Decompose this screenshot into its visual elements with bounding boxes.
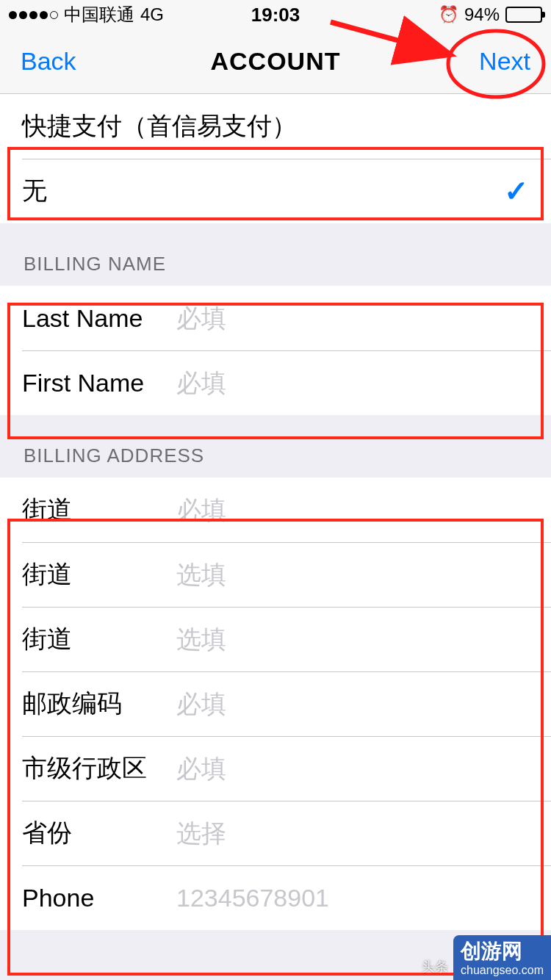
payment-option-label: 快捷支付（首信易支付） — [22, 109, 297, 143]
checkmark-icon: ✓ — [504, 174, 529, 208]
status-right: ⏰ 94% — [439, 4, 542, 25]
phone-input[interactable] — [176, 884, 529, 912]
phone-label: Phone — [22, 884, 176, 912]
carrier-label: 中国联通 — [64, 3, 134, 26]
street3-input[interactable] — [176, 625, 529, 654]
status-left: 中国联通 4G — [9, 3, 164, 26]
payment-option-label: 无 — [22, 174, 47, 208]
province-input[interactable] — [176, 819, 529, 848]
province-row[interactable]: 省份 — [0, 801, 551, 865]
section-header-billing-address: BILLING ADDRESS — [0, 415, 551, 478]
navigation-bar: Back ACCOUNT Next — [0, 29, 551, 94]
street1-label: 街道 — [22, 493, 176, 527]
city-label: 市级行政区 — [22, 752, 176, 785]
first-name-input[interactable] — [176, 369, 529, 397]
next-button[interactable]: Next — [479, 47, 530, 76]
last-name-input[interactable] — [176, 304, 529, 333]
postal-row[interactable]: 邮政编码 — [0, 671, 551, 736]
payment-option-none[interactable]: 无 ✓ — [0, 159, 551, 223]
last-name-label: Last Name — [22, 304, 176, 333]
phone-row[interactable]: Phone — [0, 865, 551, 930]
alarm-icon: ⏰ — [439, 5, 458, 24]
street1-row[interactable]: 街道 — [0, 478, 551, 542]
first-name-label: First Name — [22, 369, 176, 397]
page-title: ACCOUNT — [211, 47, 341, 76]
street3-row[interactable]: 街道 — [0, 607, 551, 671]
battery-icon — [505, 7, 542, 23]
clock-label: 19:03 — [251, 4, 300, 26]
billing-address-group: 街道 街道 街道 邮政编码 市级行政区 省份 Phone — [0, 478, 551, 930]
street2-label: 街道 — [22, 558, 176, 591]
postal-label: 邮政编码 — [22, 687, 176, 721]
watermark-title: 创游网 — [461, 940, 544, 963]
street2-row[interactable]: 街道 — [0, 542, 551, 607]
billing-name-group: Last Name First Name — [0, 286, 551, 415]
section-header-billing-name: BILLING NAME — [0, 223, 551, 286]
first-name-row[interactable]: First Name — [0, 350, 551, 415]
city-input[interactable] — [176, 754, 529, 783]
back-button[interactable]: Back — [21, 47, 76, 76]
site-watermark: 创游网 chuangseo.com — [453, 935, 551, 980]
city-row[interactable]: 市级行政区 — [0, 736, 551, 801]
payment-method-group: 快捷支付（首信易支付） 无 ✓ — [0, 94, 551, 223]
street2-input[interactable] — [176, 561, 529, 589]
watermark-url: chuangseo.com — [461, 964, 544, 977]
status-bar: 中国联通 4G 19:03 ⏰ 94% — [0, 0, 551, 29]
network-label: 4G — [140, 4, 164, 25]
battery-percent-label: 94% — [464, 4, 500, 25]
last-name-row[interactable]: Last Name — [0, 286, 551, 350]
street3-label: 街道 — [22, 622, 176, 656]
toutiao-watermark: 头条 — [422, 958, 448, 976]
province-label: 省份 — [22, 816, 176, 850]
street1-input[interactable] — [176, 496, 529, 525]
payment-option-quickpay[interactable]: 快捷支付（首信易支付） — [0, 94, 551, 159]
postal-input[interactable] — [176, 690, 529, 718]
signal-strength-icon — [9, 11, 58, 19]
